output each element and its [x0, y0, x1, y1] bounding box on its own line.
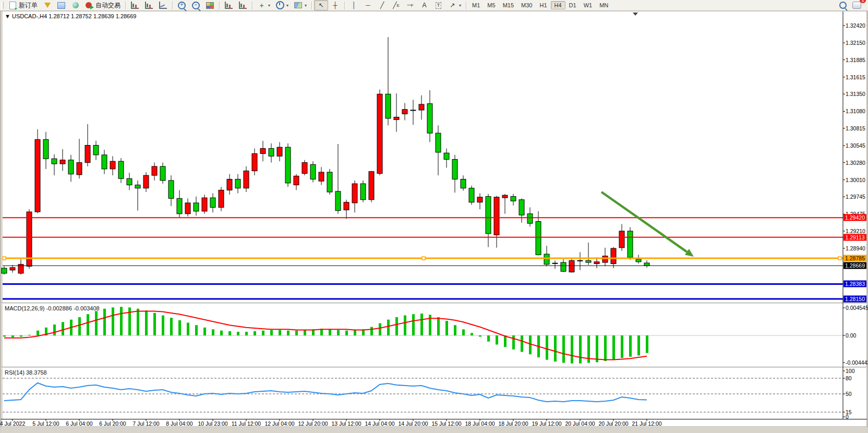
macd-histogram-bar — [546, 335, 548, 360]
macd-histogram-bar — [596, 335, 598, 362]
chart-shift-button[interactable] — [236, 0, 250, 10]
search-button[interactable] — [836, 0, 850, 10]
candle-body — [352, 184, 357, 203]
candlestick-chart[interactable] — [0, 0, 868, 433]
new-order-icon — [8, 1, 17, 9]
periods-button[interactable]: ▾ — [273, 0, 291, 10]
price-marker-label[interactable]: 1.28785 — [843, 255, 866, 262]
timeframe-button-M1[interactable]: M1 — [468, 1, 484, 9]
candle-body — [469, 188, 474, 202]
macd-histogram-bar — [345, 331, 348, 335]
macd-histogram-bar — [20, 335, 22, 336]
auto-scroll-button[interactable] — [222, 0, 236, 10]
crosshair-tool-button[interactable]: ┼ — [328, 0, 342, 10]
macd-histogram-bar — [387, 320, 390, 335]
trendline-tool-button[interactable]: ╱ — [375, 0, 389, 10]
macd-histogram-bar — [337, 330, 340, 335]
templates-button[interactable]: ▾ — [291, 0, 309, 10]
alerts-button[interactable] — [40, 0, 54, 10]
tile-windows-button[interactable] — [203, 0, 217, 10]
terminal-button[interactable] — [54, 0, 68, 10]
line-handle[interactable] — [838, 257, 841, 260]
macd-histogram-bar — [178, 320, 181, 335]
timeframe-button-M15[interactable]: M15 — [499, 1, 517, 9]
toolbar-separator — [344, 2, 345, 9]
time-axis-label: 19 Jul 12:00 — [532, 420, 561, 427]
candle-body — [135, 185, 140, 188]
channel-tool-button[interactable]: ╱E — [389, 0, 403, 10]
price-axis-tick-label: 1.31615 — [846, 74, 865, 80]
candle-body — [452, 159, 457, 179]
line-chart-button[interactable] — [156, 0, 170, 10]
timeframe-button-W1[interactable]: W1 — [580, 1, 596, 9]
text-label-tool-button[interactable]: T — [431, 0, 445, 10]
timeframe-button-M5[interactable]: M5 — [484, 1, 499, 9]
rsi-axis-label: 50 — [846, 391, 852, 397]
time-axis-label: 20 Jul 20:00 — [598, 420, 628, 427]
price-marker-label[interactable]: 1.28383 — [843, 281, 866, 287]
macd-histogram-bar — [479, 335, 481, 336]
candlestick-chart-button[interactable] — [142, 0, 156, 10]
candle-body — [477, 197, 483, 202]
price-marker-label[interactable]: 1.28150 — [843, 295, 866, 302]
macd-axis-label: 0.004545 — [846, 305, 868, 311]
line-handle[interactable] — [422, 257, 425, 260]
notifications-button[interactable]: 1 — [850, 0, 864, 10]
macd-histogram-bar — [646, 335, 648, 353]
zoom-in-button[interactable]: + — [175, 0, 189, 10]
auto-trading-button[interactable]: 自动交易 — [82, 0, 123, 11]
timeframe-button-H1[interactable]: H1 — [536, 1, 550, 9]
timeframe-button-M30[interactable]: M30 — [517, 1, 536, 9]
terminal-icon — [57, 1, 66, 9]
timeframe-button-MN[interactable]: MN — [596, 1, 612, 9]
candle-body — [60, 160, 65, 164]
macd-axis-label: 0.00 — [846, 332, 856, 339]
price-axis-tick-label: 1.32420 — [846, 22, 865, 29]
macd-histogram-bar — [454, 325, 456, 335]
line-handle[interactable] — [3, 257, 6, 260]
trendline-icon: ╱ — [378, 1, 387, 9]
candle-body — [377, 94, 382, 173]
timeframe-button-D1[interactable]: D1 — [565, 1, 580, 9]
fibonacci-tool-button[interactable]: ┄F — [403, 0, 417, 10]
macd-histogram-bar — [203, 328, 206, 335]
candle-body — [10, 268, 15, 270]
macd-histogram-bar — [37, 331, 39, 335]
new-order-button[interactable]: 新订单 — [6, 0, 40, 11]
candle-body — [427, 104, 432, 133]
price-marker-label[interactable]: 1.29113 — [843, 234, 866, 240]
candle-body — [160, 166, 165, 181]
time-axis-label: 8 Jul 04:00 — [166, 420, 192, 427]
candle-body — [102, 155, 107, 169]
macd-histogram-bar — [329, 329, 331, 335]
candle-body — [2, 268, 7, 273]
text-tool-button[interactable]: A — [417, 0, 431, 10]
indicators-button[interactable]: +▾ — [255, 0, 273, 10]
rsi-axis-label: 80 — [846, 375, 852, 381]
vertical-line-tool-button[interactable]: │ — [347, 0, 361, 10]
toolbar-separator — [311, 2, 312, 9]
bar-chart-button[interactable] — [128, 0, 142, 10]
candle-body — [194, 203, 199, 211]
price-axis-tick-label: 1.30545 — [846, 142, 865, 149]
price-axis-tick-label: 1.29210 — [846, 228, 865, 234]
macd-histogram-bar — [153, 313, 156, 335]
cursor-tool-button[interactable]: ↖ — [314, 0, 328, 10]
news-button[interactable] — [68, 0, 82, 10]
horizontal-line-tool-button[interactable]: ─ — [361, 0, 375, 10]
macd-histogram-bar — [295, 331, 298, 335]
chevron-down-icon: ▾ — [305, 3, 307, 8]
price-marker-label[interactable]: 1.29420 — [843, 214, 866, 221]
arrows-tool-button[interactable]: ↗▾ — [445, 0, 464, 10]
zoom-in-icon: + — [177, 1, 186, 9]
candle-body — [486, 197, 491, 234]
macd-histogram-bar — [379, 323, 381, 335]
price-axis-tick-label: 1.30280 — [846, 160, 865, 166]
bar-chart-icon — [130, 1, 139, 9]
auto-trading-icon — [85, 1, 94, 9]
zoom-out-button[interactable]: − — [189, 0, 203, 10]
timeframe-button-H4[interactable]: H4 — [551, 1, 565, 9]
macd-histogram-bar — [554, 335, 557, 362]
macd-histogram-bar — [429, 315, 431, 335]
time-axis-label: 18 Jul 04:00 — [465, 420, 495, 427]
